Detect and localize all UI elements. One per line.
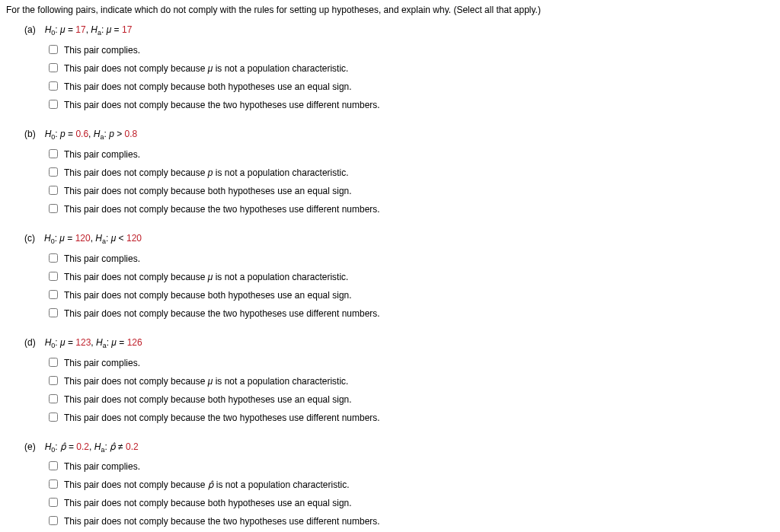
- question-part: (b)H0: p = 0.6, Ha: p > 0.8This pair com…: [24, 127, 774, 216]
- option-text: This pair complies.: [64, 252, 140, 266]
- part-header: (a)H0: μ = 17, Ha: μ = 17: [24, 23, 774, 39]
- option-text: This pair does not comply because the tw…: [64, 307, 380, 320]
- option-checkbox[interactable]: [49, 149, 58, 158]
- symbol: μ: [208, 376, 213, 387]
- option-checkbox[interactable]: [49, 186, 58, 195]
- symbol: p: [208, 167, 213, 178]
- option-checkbox[interactable]: [49, 167, 58, 177]
- option-checkbox[interactable]: [49, 100, 58, 109]
- option-text: This pair does not comply because both h…: [64, 393, 352, 406]
- option-checkbox[interactable]: [49, 498, 58, 507]
- answer-option: This pair does not comply because the tw…: [49, 98, 774, 112]
- option-text: This pair does not comply because the tw…: [64, 202, 380, 216]
- answer-option: This pair complies.: [49, 460, 774, 473]
- answer-options: This pair complies.This pair does not co…: [49, 252, 774, 320]
- answer-options: This pair complies.This pair does not co…: [49, 356, 774, 425]
- option-checkbox[interactable]: [49, 45, 58, 54]
- question-instructions: For the following pairs, indicate which …: [6, 3, 774, 17]
- option-checkbox[interactable]: [49, 516, 58, 525]
- answer-option: This pair does not comply because μ is n…: [49, 374, 774, 388]
- option-checkbox[interactable]: [49, 358, 58, 367]
- option-text: This pair complies.: [64, 148, 140, 161]
- option-checkbox[interactable]: [49, 308, 58, 317]
- option-checkbox[interactable]: [49, 204, 58, 213]
- part-label: (e): [24, 440, 36, 454]
- option-text: This pair does not comply because p is n…: [64, 166, 349, 180]
- symbol: μ: [208, 272, 213, 282]
- answer-options: This pair complies.This pair does not co…: [49, 148, 774, 216]
- part-header: (b)H0: p = 0.6, Ha: p > 0.8: [24, 127, 774, 143]
- option-checkbox[interactable]: [49, 272, 58, 281]
- hypothesis-statement: H0: μ = 17, Ha: μ = 17: [45, 24, 133, 35]
- answer-option: This pair complies.: [49, 148, 774, 161]
- part-label: (b): [24, 127, 36, 141]
- answer-option: This pair complies.: [49, 252, 774, 266]
- answer-option: This pair complies.: [49, 43, 774, 57]
- option-checkbox[interactable]: [49, 376, 58, 385]
- hypothesis-statement: H0: p̂ = 0.2, Ha: p̂ ≠ 0.2: [45, 441, 139, 452]
- answer-option: This pair does not comply because the tw…: [49, 514, 774, 528]
- option-checkbox[interactable]: [49, 461, 58, 470]
- option-text: This pair does not comply because μ is n…: [64, 270, 348, 284]
- answer-option: This pair does not comply because both h…: [49, 496, 774, 510]
- question-part: (a)H0: μ = 17, Ha: μ = 17This pair compl…: [24, 23, 774, 112]
- option-text: This pair does not comply because both h…: [64, 184, 352, 198]
- question-part: (c)H0: μ = 120, Ha: μ < 120This pair com…: [24, 231, 774, 320]
- option-checkbox[interactable]: [49, 413, 58, 422]
- part-label: (d): [24, 336, 36, 349]
- option-text: This pair does not comply because p̂ is …: [64, 478, 350, 492]
- answer-option: This pair does not comply because the tw…: [49, 307, 774, 320]
- option-text: This pair does not comply because μ is n…: [64, 62, 348, 75]
- answer-option: This pair does not comply because both h…: [49, 184, 774, 198]
- option-text: This pair does not comply because the tw…: [64, 411, 380, 425]
- part-label: (c): [24, 231, 35, 245]
- part-header: (c)H0: μ = 120, Ha: μ < 120: [24, 231, 774, 247]
- answer-options: This pair complies.This pair does not co…: [49, 460, 774, 528]
- option-checkbox[interactable]: [49, 290, 58, 299]
- symbol: μ: [208, 63, 213, 74]
- option-text: This pair does not comply because both h…: [64, 496, 352, 510]
- answer-options: This pair complies.This pair does not co…: [49, 43, 774, 112]
- option-checkbox[interactable]: [49, 394, 58, 403]
- part-label: (a): [24, 23, 36, 37]
- option-text: This pair does not comply because μ is n…: [64, 374, 348, 388]
- part-header: (d)H0: μ = 123, Ha: μ = 126: [24, 336, 774, 352]
- answer-option: This pair does not comply because the tw…: [49, 202, 774, 216]
- option-text: This pair does not comply because the tw…: [64, 98, 380, 112]
- option-checkbox[interactable]: [49, 479, 58, 489]
- symbol: p̂: [208, 479, 214, 490]
- answer-option: This pair does not comply because p is n…: [49, 166, 774, 180]
- option-text: This pair does not comply because both h…: [64, 288, 352, 302]
- hypothesis-statement: H0: μ = 120, Ha: μ < 120: [44, 233, 142, 244]
- option-text: This pair does not comply because both h…: [64, 80, 352, 94]
- answer-option: This pair does not comply because both h…: [49, 288, 774, 302]
- option-checkbox[interactable]: [49, 253, 58, 263]
- option-checkbox[interactable]: [49, 63, 58, 72]
- option-text: This pair does not comply because the tw…: [64, 514, 380, 528]
- option-text: This pair complies.: [64, 356, 140, 370]
- answer-option: This pair does not comply because the tw…: [49, 411, 774, 425]
- answer-option: This pair does not comply because μ is n…: [49, 62, 774, 75]
- question-part: (e)H0: p̂ = 0.2, Ha: p̂ ≠ 0.2This pair c…: [24, 440, 774, 529]
- option-text: This pair complies.: [64, 43, 140, 57]
- answer-option: This pair does not comply because p̂ is …: [49, 478, 774, 492]
- answer-option: This pair does not comply because both h…: [49, 393, 774, 406]
- part-header: (e)H0: p̂ = 0.2, Ha: p̂ ≠ 0.2: [24, 440, 774, 456]
- hypothesis-statement: H0: p = 0.6, Ha: p > 0.8: [45, 129, 138, 139]
- option-checkbox[interactable]: [49, 81, 58, 91]
- option-text: This pair complies.: [64, 460, 140, 473]
- answer-option: This pair does not comply because μ is n…: [49, 270, 774, 284]
- hypothesis-statement: H0: μ = 123, Ha: μ = 126: [45, 337, 142, 348]
- answer-option: This pair complies.: [49, 356, 774, 370]
- question-part: (d)H0: μ = 123, Ha: μ = 126This pair com…: [24, 336, 774, 425]
- answer-option: This pair does not comply because both h…: [49, 80, 774, 94]
